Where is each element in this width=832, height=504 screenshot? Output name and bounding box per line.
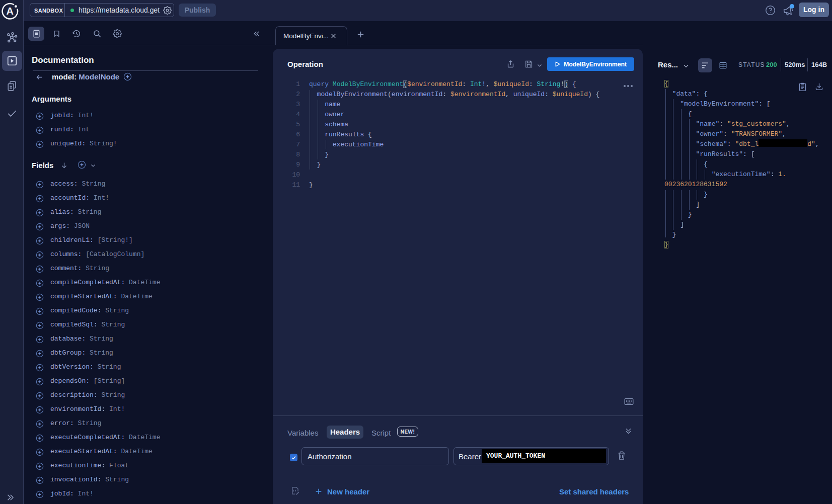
svg-text:A: A [7,6,14,17]
